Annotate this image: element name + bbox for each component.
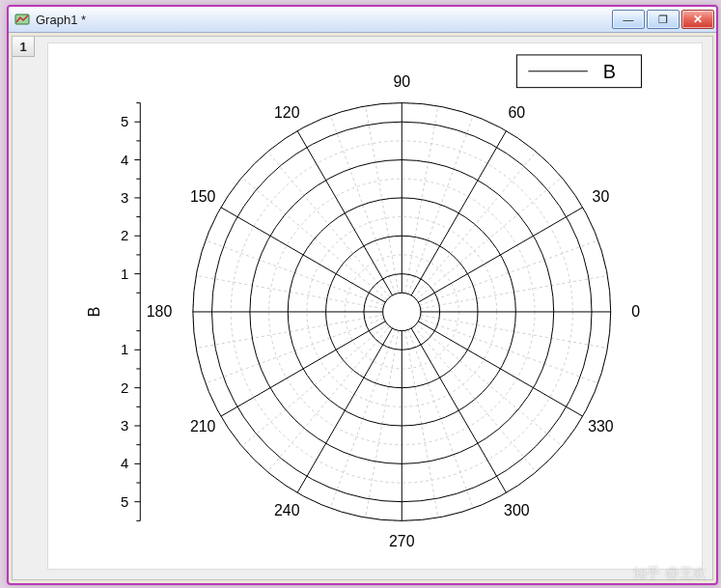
svg-line-39 xyxy=(418,208,582,302)
svg-line-49 xyxy=(418,322,582,416)
app-icon xyxy=(14,12,30,27)
svg-text:150: 150 xyxy=(190,188,216,205)
svg-text:60: 60 xyxy=(508,104,525,121)
svg-line-46 xyxy=(297,328,392,492)
svg-text:3: 3 xyxy=(121,190,128,206)
svg-text:300: 300 xyxy=(504,502,530,518)
svg-text:B: B xyxy=(86,307,102,318)
window-title: Graph1 * xyxy=(36,13,612,27)
svg-text:2: 2 xyxy=(121,228,128,243)
row-label[interactable]: 1 xyxy=(13,37,35,57)
svg-text:240: 240 xyxy=(274,502,300,518)
svg-line-43 xyxy=(221,208,385,302)
svg-text:330: 330 xyxy=(588,418,614,434)
svg-text:4: 4 xyxy=(121,456,128,471)
watermark: 知乎 @王欢 xyxy=(633,565,707,582)
maximize-button[interactable]: ❐ xyxy=(647,10,679,29)
svg-text:0: 0 xyxy=(631,303,640,320)
svg-text:4: 4 xyxy=(121,153,128,168)
titlebar[interactable]: Graph1 * — ❐ ✕ xyxy=(9,7,716,33)
svg-line-45 xyxy=(221,322,385,416)
minimize-button[interactable]: — xyxy=(612,10,645,29)
plot-area[interactable]: 0306090120150180210240270300330123451234… xyxy=(47,42,703,570)
close-icon: ✕ xyxy=(693,14,703,25)
graph-window: Graph1 * — ❐ ✕ 1 03060901201501802102402… xyxy=(7,5,718,585)
close-button[interactable]: ✕ xyxy=(681,10,714,29)
window-buttons: — ❐ ✕ xyxy=(612,10,714,29)
svg-text:270: 270 xyxy=(389,533,415,549)
svg-text:1: 1 xyxy=(121,342,128,357)
svg-text:210: 210 xyxy=(190,418,216,434)
minimize-icon: — xyxy=(624,14,634,25)
svg-text:B: B xyxy=(603,61,616,82)
svg-text:30: 30 xyxy=(593,188,610,205)
svg-text:5: 5 xyxy=(121,114,128,129)
svg-text:120: 120 xyxy=(274,104,300,121)
svg-line-48 xyxy=(411,328,506,492)
svg-text:180: 180 xyxy=(147,303,173,320)
maximize-icon: ❐ xyxy=(658,14,668,25)
svg-text:90: 90 xyxy=(393,73,410,90)
svg-text:1: 1 xyxy=(121,266,128,282)
client-area: 1 03060901201501802102402703003301234512… xyxy=(12,36,713,580)
svg-point-36 xyxy=(383,293,421,330)
svg-text:2: 2 xyxy=(121,380,128,396)
svg-text:3: 3 xyxy=(121,418,128,434)
svg-line-40 xyxy=(411,131,506,295)
polar-chart: 0306090120150180210240270300330123451234… xyxy=(48,43,702,569)
svg-line-42 xyxy=(297,131,392,295)
svg-text:5: 5 xyxy=(121,494,128,510)
